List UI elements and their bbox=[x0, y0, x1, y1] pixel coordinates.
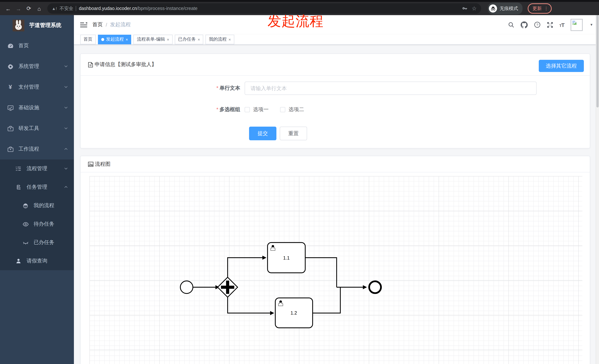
process-diagram-card: 流程图 bbox=[80, 156, 590, 364]
chevron-down-icon bbox=[64, 105, 68, 111]
sidebar-item-done-tasks[interactable]: 已办任务 bbox=[0, 233, 74, 252]
breadcrumb-home[interactable]: 首页 bbox=[92, 21, 103, 28]
sidebar-item-infra[interactable]: 基础设施 bbox=[0, 97, 74, 118]
sidebar-item-label: 待办任务 bbox=[34, 221, 54, 227]
breadcrumb-separator: / bbox=[106, 22, 107, 28]
apply-form: *单行文本 *多选框组 选项一 选项二 bbox=[80, 76, 590, 148]
avatar[interactable] bbox=[571, 19, 583, 31]
svg-text:?: ? bbox=[536, 23, 538, 27]
tab-form-edit[interactable]: 流程表单-编辑 × bbox=[133, 34, 173, 44]
flow-gateway-task1 bbox=[228, 258, 262, 277]
diagram-body: 1.1 1.2 bbox=[80, 172, 590, 364]
apply-info-title: 申请信息【测试多审批人】 bbox=[95, 61, 157, 68]
update-button[interactable]: 更新 ⋮ bbox=[528, 3, 552, 14]
url-path: /bpm/process-instance/create bbox=[137, 6, 197, 11]
sidebar-item-process-mgmt[interactable]: 流程管理 bbox=[0, 160, 74, 178]
home-icon[interactable]: ⌂ bbox=[35, 4, 44, 13]
required-star: * bbox=[216, 106, 218, 112]
broken-image-icon bbox=[572, 20, 577, 25]
task-label: 1.1 bbox=[283, 255, 290, 261]
bpmn-start-event[interactable] bbox=[180, 281, 193, 294]
sidebar-item-label: 已办任务 bbox=[34, 239, 54, 246]
sidebar-item-leave-query[interactable]: 请假查询 bbox=[0, 252, 74, 270]
chevron-down-icon bbox=[64, 84, 68, 90]
tab-home[interactable]: 首页 bbox=[80, 34, 96, 44]
key-icon[interactable] bbox=[461, 6, 467, 11]
bpmn-user-task-2[interactable]: 1.2 bbox=[275, 298, 313, 328]
face-icon bbox=[22, 203, 29, 209]
flow-gateway-task2 bbox=[228, 297, 270, 313]
checkbox-option-2[interactable]: 选项二 bbox=[280, 106, 304, 113]
close-icon[interactable]: × bbox=[167, 37, 169, 42]
checkbox-group-row: *多选框组 选项一 选项二 bbox=[80, 103, 590, 116]
eye-closed-icon bbox=[22, 239, 29, 246]
scrollbar-thumb[interactable] bbox=[596, 15, 599, 107]
tags-view-bar: 首页 发起流程 × 流程表单-编辑 × 已办任务 × 我的流程 × bbox=[74, 34, 599, 45]
tab-label: 发起流程 bbox=[106, 36, 124, 42]
sidebar-item-workflow[interactable]: 工作流程 bbox=[0, 139, 74, 160]
browser-menu-icon[interactable]: ⋮ bbox=[544, 6, 548, 11]
bpmn-user-task-1[interactable]: 1.1 bbox=[268, 243, 305, 273]
reset-button[interactable]: 重置 bbox=[280, 127, 307, 140]
github-icon[interactable] bbox=[521, 21, 528, 28]
sidebar-item-my-process[interactable]: 我的流程 bbox=[0, 196, 74, 215]
sidebar-item-label: 工作流程 bbox=[18, 146, 39, 152]
sidebar-logo[interactable]: 芋道管理系统 bbox=[0, 15, 74, 35]
chevron-up-icon bbox=[64, 184, 68, 190]
sidebar-item-system[interactable]: 系统管理 bbox=[0, 56, 74, 77]
submit-button[interactable]: 提交 bbox=[249, 127, 276, 140]
avatar-caret-icon[interactable]: ▼ bbox=[590, 23, 593, 26]
tab-done-tasks[interactable]: 已办任务 × bbox=[175, 34, 203, 44]
sidebar-item-label: 研发工具 bbox=[18, 125, 39, 132]
close-icon[interactable]: × bbox=[126, 37, 128, 42]
close-icon[interactable]: × bbox=[229, 37, 231, 42]
required-star: * bbox=[216, 85, 218, 91]
choose-other-process-button[interactable]: 选择其它流程 bbox=[539, 60, 584, 72]
page-scrollbar[interactable] bbox=[596, 15, 599, 364]
sidebar-item-pay[interactable]: ¥ 支付管理 bbox=[0, 77, 74, 97]
flow-task2-join bbox=[313, 287, 340, 313]
checkbox-label: 选项二 bbox=[289, 106, 304, 113]
top-navbar: 首页 / 发起流程 ? TT bbox=[74, 15, 599, 34]
tab-label: 已办任务 bbox=[178, 36, 196, 42]
sidebar-item-label: 系统管理 bbox=[18, 63, 39, 70]
bpmn-parallel-gateway[interactable] bbox=[218, 277, 238, 297]
search-icon[interactable] bbox=[508, 22, 514, 28]
text-field-label: *单行文本 bbox=[80, 85, 245, 92]
bpmn-end-event[interactable] bbox=[369, 281, 381, 293]
workflow-submenu: 流程管理 任务管理 我的流程 待办任务 bbox=[0, 160, 74, 270]
forward-icon[interactable]: → bbox=[14, 4, 23, 13]
sidebar-collapse-icon[interactable] bbox=[80, 22, 87, 28]
url-text: dashboard.yudao.iocoder.cn/bpm/process-i… bbox=[79, 6, 197, 11]
reload-icon[interactable]: ⟳ bbox=[24, 4, 33, 13]
help-icon[interactable]: ? bbox=[534, 21, 541, 28]
document-icon bbox=[88, 62, 93, 67]
task-label: 1.2 bbox=[291, 310, 297, 315]
breadcrumb: 首页 / 发起流程 bbox=[92, 21, 131, 28]
apply-info-card: 申请信息【测试多审批人】 选择其它流程 *单行文本 *多选框组 选项一 bbox=[80, 53, 590, 148]
sidebar-item-devtools[interactable]: 研发工具 bbox=[0, 118, 74, 139]
checkbox-icon[interactable] bbox=[280, 107, 285, 112]
checkbox-option-1[interactable]: 选项一 bbox=[245, 106, 269, 113]
tab-my-process[interactable]: 我的流程 × bbox=[206, 34, 234, 44]
incognito-icon bbox=[489, 4, 497, 13]
apply-info-header: 申请信息【测试多审批人】 选择其它流程 bbox=[80, 54, 590, 76]
sidebar-item-task-mgmt[interactable]: 任务管理 bbox=[0, 178, 74, 196]
checkbox-icon[interactable] bbox=[245, 107, 250, 112]
breadcrumb-current: 发起流程 bbox=[110, 21, 131, 28]
url-separator bbox=[76, 6, 76, 11]
close-icon[interactable]: × bbox=[198, 37, 200, 42]
bpmn-canvas[interactable]: 1.1 1.2 bbox=[89, 176, 582, 364]
bookmark-star-icon[interactable]: ☆ bbox=[472, 5, 477, 12]
tab-create-process[interactable]: 发起流程 × bbox=[98, 34, 131, 44]
font-size-icon[interactable]: TT bbox=[559, 22, 564, 28]
page-content: 申请信息【测试多审批人】 选择其它流程 *单行文本 *多选框组 选项一 bbox=[74, 45, 599, 364]
single-line-text-input[interactable] bbox=[245, 82, 537, 95]
sidebar-item-home[interactable]: 首页 bbox=[0, 35, 74, 56]
sidebar: 芋道管理系统 首页 系统管理 ¥ 支付管理 基础设施 bbox=[0, 15, 74, 364]
sidebar-item-todo-tasks[interactable]: 待办任务 bbox=[0, 215, 74, 233]
briefcase-icon bbox=[7, 146, 14, 152]
url-bar[interactable]: ▲! 不安全 dashboard.yudao.iocoder.cn/bpm/pr… bbox=[47, 3, 481, 14]
back-icon[interactable]: ← bbox=[4, 4, 13, 13]
fullscreen-icon[interactable] bbox=[547, 22, 553, 28]
